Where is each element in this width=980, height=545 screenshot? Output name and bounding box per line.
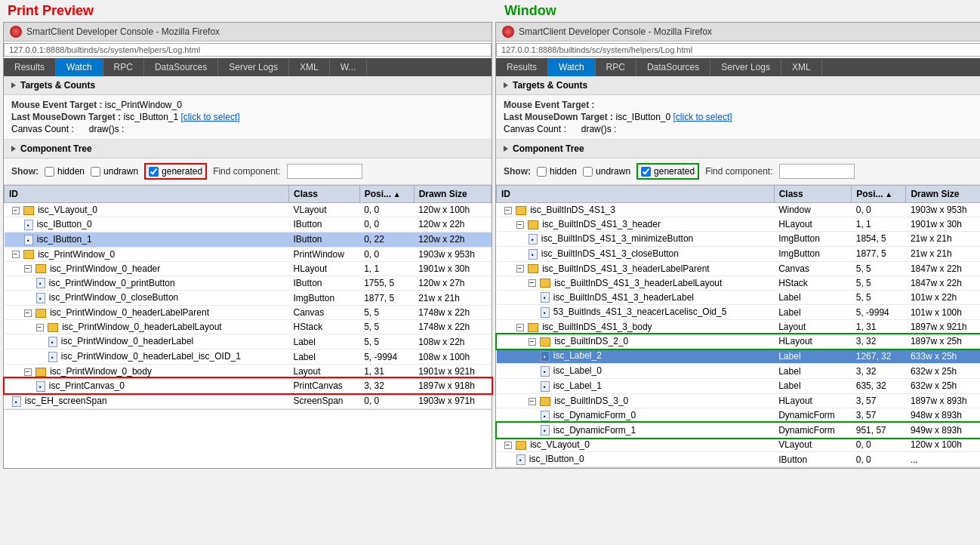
row-id: − isc_PrintWindow_0_body	[5, 364, 289, 378]
table-row[interactable]: − isc_BuiltInDS_4S1_3_header HLayout 1, …	[497, 217, 981, 232]
row-size: 1897w x 25h	[906, 334, 980, 349]
row-id: ▪ isc_Label_1	[497, 378, 775, 393]
right-col-size[interactable]: Drawn Size	[906, 186, 980, 203]
left-tab-serverlogs[interactable]: Server Logs	[218, 58, 289, 76]
table-row[interactable]: ▪ isc_PrintWindow_0_headerLabel_isc_OID_…	[5, 349, 492, 365]
expand-icon[interactable]: −	[36, 324, 44, 331]
left-url-bar[interactable]: 127.0.0.1:8888/builtinds/sc/system/helpe…	[4, 43, 492, 57]
table-row[interactable]: − isc_BuiltInDS_4S1_3_body Layout 1, 31 …	[497, 320, 981, 334]
expand-icon[interactable]: −	[12, 251, 20, 258]
left-tab-datasources[interactable]: DataSources	[144, 58, 218, 76]
right-col-id[interactable]: ID	[497, 186, 775, 203]
right-tab-datasources[interactable]: DataSources	[636, 58, 710, 76]
row-pos: 3, 32	[852, 334, 906, 349]
table-row-green-end[interactable]: ▪ isc_DynamicForm_1 DynamicForm 951, 57 …	[497, 423, 981, 438]
right-tab-xml[interactable]: XML	[781, 58, 822, 76]
table-row[interactable]: − isc_PrintWindow_0_headerLabelParent Ca…	[5, 306, 492, 320]
table-row[interactable]: ▪ isc_BuiltInDS_4S1_3_headerLabel Label …	[497, 290, 981, 305]
file-icon: ▪	[48, 337, 57, 347]
left-tab-w[interactable]: W...	[330, 58, 368, 76]
expand-icon[interactable]: −	[24, 309, 32, 317]
table-row[interactable]: ▪ 53_Buitlnds_4S1_3_neacerLacelisc_Oid_5…	[497, 305, 981, 320]
right-tab-watch[interactable]: Watch	[548, 58, 596, 76]
table-row[interactable]: − isc_PrintWindow_0_header HLayout 1, 1 …	[5, 261, 492, 276]
row-class: Label	[774, 290, 852, 305]
left-tab-xml[interactable]: XML	[289, 58, 330, 76]
table-row[interactable]: ▪ isc_DynamicForm_0 DynamicForm 3, 57 94…	[497, 408, 981, 423]
table-row[interactable]: ▪ isc_PrintWindow_0_closeButton ImgButto…	[5, 291, 492, 306]
row-pos: 635, 32	[852, 378, 906, 393]
row-id: ▪ isc_PrintWindow_0_headerLabel_isc_OID_…	[5, 349, 289, 365]
expand-icon[interactable]: −	[516, 265, 524, 272]
table-row-selected[interactable]: ▪ isc_Label_2 Label 1267, 32 633w x 25h	[497, 349, 981, 364]
right-mousedown-link[interactable]: [click to select]	[673, 112, 732, 122]
table-row[interactable]: − isc_VLayout_0 VLayout 0, 0 120w x 100h	[5, 203, 492, 217]
table-row[interactable]: − isc_BuiltInDS_4S1_3_headerLabelParent …	[497, 261, 981, 276]
left-find-input[interactable]	[287, 164, 362, 179]
left-tab-rpc[interactable]: RPC	[103, 58, 144, 76]
table-row[interactable]: ▪ isc_BuiltInDS_4S1_3_minimizeButton Img…	[497, 232, 981, 247]
left-tab-watch[interactable]: Watch	[56, 58, 103, 76]
expand-icon[interactable]: −	[504, 442, 512, 449]
table-row[interactable]: ▪ isc_Label_1 Label 635, 32 632w x 25h	[497, 378, 981, 393]
expand-icon[interactable]: −	[529, 338, 536, 346]
file-icon: ▪	[541, 425, 550, 436]
expand-icon[interactable]: −	[24, 368, 32, 376]
left-hidden-checkbox[interactable]	[45, 167, 54, 177]
table-row[interactable]: ▪ isc_PrintWindow_0_headerLabel Label 5,…	[5, 334, 492, 349]
right-tab-results[interactable]: Results	[496, 58, 548, 76]
left-col-id[interactable]: ID	[5, 186, 289, 203]
row-class: Canvas	[774, 261, 852, 276]
left-col-class[interactable]: Class	[288, 186, 359, 203]
table-row[interactable]: − isc_PrintWindow_0_headerLabelLayout HS…	[5, 320, 492, 334]
table-row[interactable]: − isc_VLayout_0 VLayout 0, 0 120w x 100h	[497, 438, 981, 452]
row-size: 101w x 100h	[906, 305, 980, 320]
expand-icon[interactable]: −	[504, 207, 512, 214]
right-generated-checkbox[interactable]	[641, 167, 651, 177]
right-col-class[interactable]: Class	[774, 186, 852, 203]
right-tab-rpc[interactable]: RPC	[596, 58, 636, 76]
right-undrawn-checkbox[interactable]	[583, 167, 593, 177]
table-row[interactable]: − isc_PrintWindow_0_body Layout 1, 31 19…	[5, 364, 492, 378]
right-hidden-checkbox[interactable]	[537, 167, 547, 177]
expand-icon[interactable]: −	[529, 279, 536, 287]
folder-icon	[23, 206, 34, 215]
expand-icon[interactable]: −	[516, 324, 524, 331]
right-canvas-count-label: Canvas Count :	[504, 124, 566, 134]
left-generated-group: generated	[144, 163, 207, 180]
left-undrawn-checkbox[interactable]	[91, 167, 100, 177]
table-row[interactable]: ▪ isc_IButton_0 IButton 0, 0 ...	[497, 452, 981, 467]
expand-icon[interactable]: −	[529, 398, 536, 405]
table-row[interactable]: − isc_PrintWindow_0 PrintWindow 0, 0 190…	[5, 247, 492, 261]
expand-icon[interactable]: −	[12, 207, 20, 214]
row-id: ▪ isc_PrintWindow_0_printButton	[5, 276, 289, 291]
table-row[interactable]: ▪ isc_EH_screenSpan ScreenSpan 0, 0 1903…	[5, 393, 492, 408]
row-id: ▪ isc_DynamicForm_1	[497, 423, 775, 438]
left-generated-checkbox[interactable]	[149, 167, 159, 177]
table-row[interactable]: − isc_BuiltInDS_4S1_3_headerLabelLayout …	[497, 276, 981, 290]
table-row[interactable]: ▪ isc_IButton_0 IButton 0, 0 120w x 22h	[5, 217, 492, 232]
table-row-green-start[interactable]: − isc_BuiltInDS_2_0 HLayout 3, 32 1897w …	[497, 334, 981, 349]
expand-icon[interactable]: −	[516, 221, 524, 229]
table-row[interactable]: − isc_BuiltInDS_3_0 HLayout 3, 57 1897w …	[497, 393, 981, 408]
left-tab-results[interactable]: Results	[4, 58, 56, 76]
table-row[interactable]: ▪ isc_BuiltInDS_4S1_3_closeButton ImgBut…	[497, 246, 981, 261]
right-url-bar[interactable]: 127.0.0.1:8888/builtinds/sc/system/helpe…	[496, 43, 980, 57]
right-tab-serverlogs[interactable]: Server Logs	[710, 58, 781, 76]
row-id: − isc_PrintWindow_0	[5, 247, 289, 261]
expand-icon[interactable]: −	[24, 265, 32, 272]
row-size: 108w x 22h	[414, 334, 491, 349]
right-find-input[interactable]	[779, 164, 855, 179]
row-class: HStack	[288, 320, 359, 334]
left-col-size[interactable]: Drawn Size	[414, 186, 491, 203]
right-col-pos[interactable]: Posi...	[852, 186, 906, 203]
row-id: − isc_BuiltInDS_4S1_3_headerLabelLayout	[497, 276, 775, 290]
left-col-pos[interactable]: Posi...	[359, 186, 414, 203]
left-mousedown-link[interactable]: [click to select]	[181, 112, 240, 122]
table-row[interactable]: ▪ isc_Label_0 Label 3, 32 632w x 25h	[497, 364, 981, 379]
left-undrawn-group: undrawn	[91, 166, 138, 177]
table-row[interactable]: − isc_BuiltInDS_4S1_3 Window 0, 0 1903w …	[497, 203, 981, 217]
table-row[interactable]: ▪ isc_PrintWindow_0_printButton IButton …	[5, 276, 492, 291]
table-row[interactable]: ▪ isc_IButton_1 IButton 0, 22 120w x 22h	[5, 232, 492, 247]
table-row-highlighted[interactable]: ▪ isc_PrintCanvas_0 PrintCanvas 3, 32 18…	[5, 378, 492, 393]
